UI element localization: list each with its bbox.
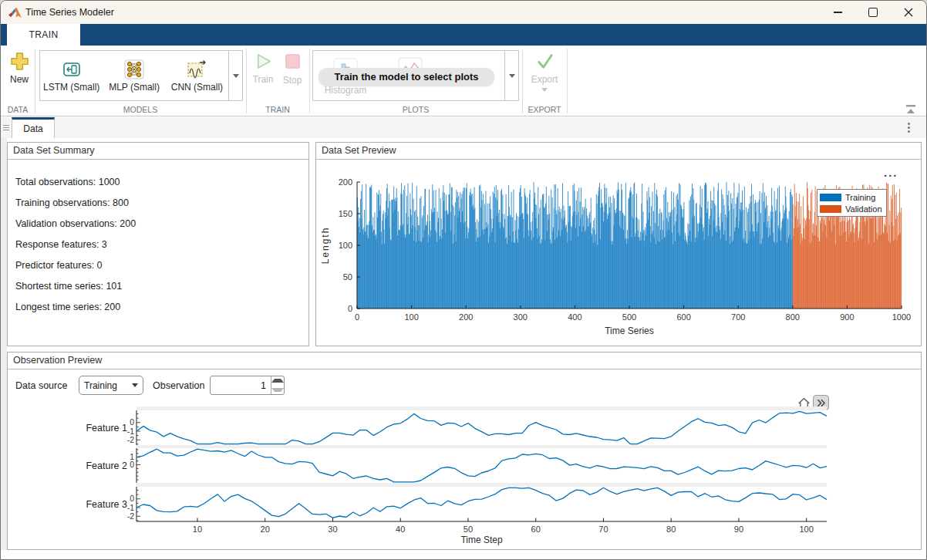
axes-toolbar-ellipsis-icon[interactable]: ...	[884, 166, 898, 179]
matlab-logo-icon	[8, 7, 22, 19]
summary-item: Longest time series: 200	[15, 297, 308, 318]
ribbon: New DATA LSTM (Small)	[1, 46, 926, 116]
svg-text:300: 300	[514, 312, 528, 322]
chevron-down-icon	[541, 88, 548, 92]
stop-button[interactable]: Stop	[278, 53, 306, 86]
check-icon	[535, 52, 555, 71]
divider	[567, 49, 568, 113]
svg-text:80: 80	[666, 525, 676, 534]
train-button[interactable]: Train	[249, 52, 277, 85]
ribbon-tab-band: TRAIN	[1, 24, 926, 46]
close-button[interactable]	[891, 1, 926, 24]
histogram-label: Histogram	[325, 85, 367, 96]
svg-text:10: 10	[193, 525, 202, 534]
plots-gallery-dropdown-button[interactable]	[504, 51, 518, 100]
svg-text:90: 90	[734, 525, 743, 534]
model-item-cnn[interactable]: CNN (Small)	[166, 51, 228, 100]
new-button[interactable]: New	[5, 52, 33, 85]
svg-text:Length: Length	[320, 227, 331, 265]
svg-text:0: 0	[130, 417, 134, 427]
chart-legend[interactable]: Training Validation	[817, 189, 887, 217]
svg-text:100: 100	[339, 241, 352, 250]
svg-text:700: 700	[731, 312, 745, 322]
summary-item: Training observations: 800	[15, 193, 308, 214]
chevron-down-icon	[509, 74, 515, 78]
ribbon-section-export: Export EXPORT	[522, 46, 567, 116]
model-item-lstm[interactable]: LSTM (Small)	[40, 51, 103, 100]
svg-text:20: 20	[261, 525, 270, 534]
document-tab-bar: Data	[1, 117, 926, 138]
svg-text:70: 70	[598, 525, 608, 534]
svg-text:-2: -2	[127, 435, 134, 444]
dataset-preview-chart: 0100200300400500600700800900100005010015…	[316, 160, 921, 346]
model-item-lstm-label: LSTM (Small)	[43, 82, 99, 93]
collapse-ribbon-button[interactable]	[905, 104, 917, 115]
cnn-icon	[187, 59, 207, 79]
svg-text:Feature 2: Feature 2	[86, 460, 127, 471]
svg-text:500: 500	[622, 312, 636, 322]
summary-list: Total observations: 1000 Training observ…	[8, 160, 308, 318]
legend-label-training: Training	[845, 193, 875, 202]
svg-text:Feature 3: Feature 3	[86, 499, 127, 510]
stop-button-label: Stop	[278, 75, 306, 86]
svg-text:Time Step: Time Step	[460, 535, 503, 545]
tab-train[interactable]: TRAIN	[7, 24, 80, 46]
play-icon	[254, 52, 273, 71]
svg-text:600: 600	[676, 312, 690, 322]
summary-item: Predictor features: 0	[15, 255, 308, 276]
section-label-plots: PLOTS	[309, 105, 522, 114]
svg-text:50: 50	[343, 272, 352, 282]
data-set-preview-panel: Data Set Preview ... 0100200300400500600…	[315, 142, 922, 346]
svg-text:60: 60	[531, 525, 541, 534]
section-label-models: MODELS	[35, 105, 246, 114]
mlp-icon	[124, 59, 144, 79]
tab-data[interactable]: Data	[12, 117, 55, 138]
models-gallery-dropdown-button[interactable]	[228, 51, 242, 100]
summary-item: Response features: 3	[15, 234, 308, 255]
observation-preview-panel: Observation Preview Data source Training…	[7, 352, 922, 550]
svg-text:800: 800	[786, 312, 800, 322]
stop-icon	[285, 53, 301, 69]
section-label-train: TRAIN	[246, 105, 309, 114]
svg-text:900: 900	[840, 312, 854, 322]
app-window: Time Series Modeler TRAIN New D	[0, 0, 927, 560]
left-gutter	[1, 138, 7, 550]
validation-swatch	[820, 205, 841, 213]
observation-panel-title: Observation Preview	[8, 353, 921, 369]
new-button-label: New	[5, 74, 33, 85]
svg-text:0: 0	[130, 494, 134, 503]
svg-text:200: 200	[339, 177, 352, 187]
tab-options-kebab-icon[interactable]	[908, 121, 910, 134]
maximize-button[interactable]	[855, 1, 891, 24]
summary-item: Validation observations: 200	[15, 214, 308, 234]
window-title: Time Series Modeler	[25, 7, 114, 18]
plus-icon	[10, 52, 29, 71]
svg-text:50: 50	[464, 525, 473, 534]
panel-menu-icon[interactable]	[3, 123, 9, 132]
minimize-button[interactable]	[820, 1, 855, 24]
collapse-ribbon-icon	[905, 104, 917, 115]
models-gallery: LSTM (Small) MLP (Small)	[39, 50, 243, 101]
train-button-label: Train	[249, 74, 277, 85]
plots-tooltip: Train the model to select plots	[319, 68, 494, 86]
svg-text:-1: -1	[127, 427, 134, 436]
svg-text:Feature 1: Feature 1	[86, 423, 127, 433]
svg-text:150: 150	[339, 209, 352, 218]
export-button-label: Export	[531, 74, 558, 85]
observation-feature-chart: 0-1-2Feature 110Feature 20-1-2Feature 31…	[8, 369, 921, 551]
section-label-data: DATA	[1, 105, 35, 114]
summary-item: Total observations: 1000	[15, 172, 308, 193]
svg-text:Time Series: Time Series	[605, 326, 654, 336]
svg-text:-2: -2	[127, 511, 134, 521]
chevron-down-icon	[233, 74, 239, 78]
export-button[interactable]: Export	[531, 52, 558, 92]
ribbon-section-models: LSTM (Small) MLP (Small)	[35, 46, 246, 116]
model-item-mlp-label: MLP (Small)	[109, 82, 160, 93]
close-icon	[904, 8, 913, 17]
lstm-icon	[62, 59, 82, 79]
model-item-mlp[interactable]: MLP (Small)	[103, 51, 165, 100]
svg-text:1000: 1000	[892, 312, 911, 322]
summary-panel-title: Data Set Summary	[8, 143, 308, 160]
svg-text:0: 0	[130, 460, 134, 469]
svg-text:40: 40	[396, 525, 405, 534]
